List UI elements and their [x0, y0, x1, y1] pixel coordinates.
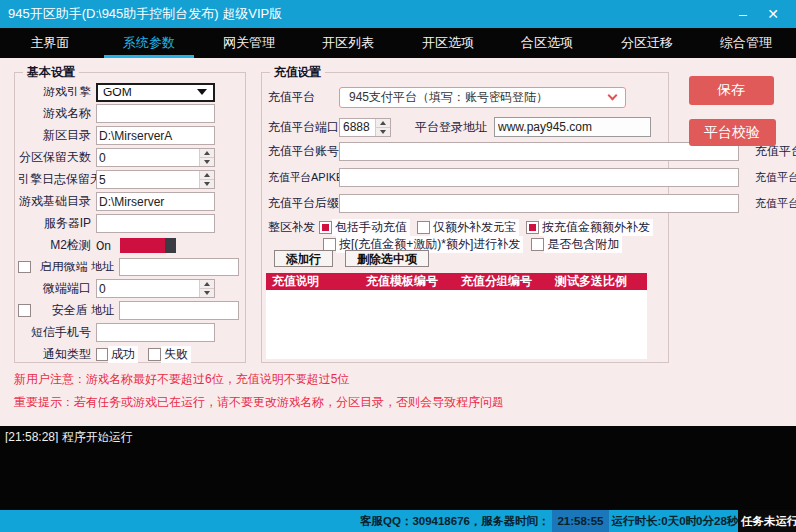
log-days-row: 引擎日志保留天数	[18, 170, 239, 189]
micro-port-label: 微端端口	[18, 280, 96, 297]
server-ip-input[interactable]	[96, 214, 215, 233]
spin-buttons	[199, 171, 214, 188]
m2-check-row: M2检测 On	[18, 236, 239, 255]
spin-down-button[interactable]	[376, 127, 390, 136]
spin-up-icon	[380, 121, 386, 125]
spin-up-icon	[204, 282, 210, 286]
reissue-include-extra-checkbox[interactable]	[531, 238, 544, 251]
reissue-manual-checkbox[interactable]	[319, 221, 332, 234]
tab-gateway[interactable]: 网关管理	[199, 28, 298, 58]
save-button[interactable]: 保存	[689, 76, 774, 105]
platform-apikey-input[interactable]	[339, 168, 739, 187]
micro-port-stepper[interactable]	[96, 279, 215, 298]
tab-bar: 主界面 系统参数 网关管理 开区列表 开区选项 合区选项 分区迁移 综合管理	[0, 28, 796, 58]
recharge-settings-groupbox: 充值设置 充值平台 945支付平台（填写：账号密码登陆） 充值平台端口 平台登录…	[261, 72, 669, 363]
col-header-test-ratio[interactable]: 测试多送比例	[549, 273, 644, 290]
sms-phone-input[interactable]	[96, 323, 215, 342]
tab-label: 综合管理	[720, 34, 772, 52]
delete-selected-button[interactable]: 删除选中项	[345, 250, 429, 267]
notify-fail-checkbox[interactable]	[148, 348, 161, 361]
tab-main[interactable]: 主界面	[0, 28, 100, 58]
tab-system-params[interactable]: 系统参数	[100, 28, 199, 58]
platform-userid-label: 充值平台userid	[755, 170, 796, 185]
security-shield-label: 安全盾 地址	[31, 302, 119, 319]
game-name-input[interactable]	[96, 104, 215, 123]
m2-toggle[interactable]	[120, 238, 176, 253]
minimize-button[interactable]: –	[728, 2, 758, 26]
col-header-template-id[interactable]: 充值模板编号	[360, 273, 455, 290]
game-name-row: 游戏名称	[18, 104, 239, 123]
spin-down-button[interactable]	[200, 179, 214, 188]
spin-up-button[interactable]	[200, 280, 214, 288]
platform-port-stepper[interactable]	[339, 118, 391, 137]
spin-up-icon	[204, 151, 210, 155]
checkbox-mark	[529, 224, 536, 231]
tab-merge-options[interactable]: 合区选项	[498, 28, 597, 58]
spin-up-icon	[204, 173, 210, 177]
security-shield-checkbox[interactable]	[18, 304, 31, 317]
spin-buttons	[199, 149, 214, 166]
platform-verify-button[interactable]: 平台校验	[689, 119, 776, 146]
platform-port-label: 充值平台端口	[268, 119, 339, 136]
spin-down-icon	[204, 160, 210, 164]
add-row-button[interactable]: 添加行	[274, 250, 333, 267]
platform-dropdown[interactable]: 945支付平台（填写：账号密码登陆）	[339, 87, 626, 108]
log-days-stepper[interactable]	[96, 170, 215, 189]
reissue-extra-only-checkbox[interactable]	[417, 221, 430, 234]
tab-general-manage[interactable]: 综合管理	[696, 28, 796, 58]
keep-days-stepper[interactable]	[96, 148, 215, 167]
platform-port-input[interactable]	[340, 119, 375, 136]
tab-label: 分区迁移	[621, 34, 673, 52]
reissue-extra-only-label: 仅额外补发元宝	[430, 219, 519, 236]
micro-client-checkbox[interactable]	[18, 261, 31, 273]
base-dir-input[interactable]	[96, 192, 215, 211]
reissue-by-amount-checkbox[interactable]	[526, 221, 539, 234]
game-engine-label: 游戏引擎	[18, 84, 96, 100]
tab-zone-options[interactable]: 开区选项	[398, 28, 498, 58]
game-engine-dropdown[interactable]: GOM	[96, 83, 215, 102]
platform-account-label: 充值平台账号	[268, 143, 339, 160]
micro-client-addr-input[interactable]	[119, 258, 239, 276]
reissue-manual-label: 包括手动充值	[332, 219, 410, 236]
security-shield-addr-input[interactable]	[119, 301, 239, 320]
window-controls: – ✕	[728, 2, 788, 26]
tab-label: 开区列表	[322, 34, 374, 52]
spin-down-button[interactable]	[200, 157, 214, 166]
notify-success-option: 成功	[96, 346, 138, 363]
spin-buttons	[199, 280, 214, 297]
m2-check-label: M2检测	[18, 237, 96, 254]
keep-days-input[interactable]	[97, 149, 199, 166]
spin-buttons	[375, 119, 390, 136]
spin-up-button[interactable]	[200, 149, 214, 157]
spin-down-icon	[204, 182, 210, 186]
game-engine-value: GOM	[103, 86, 132, 99]
reissue-opt-manual: 包括手动充值	[319, 219, 410, 236]
platform-account-input[interactable]	[339, 142, 739, 161]
platform-suffix-row: 充值平台后缀 充值平台游戏id	[268, 194, 668, 213]
sms-phone-row: 短信手机号	[18, 323, 239, 342]
col-header-desc[interactable]: 充值说明	[266, 273, 360, 290]
spin-up-button[interactable]	[200, 171, 214, 179]
close-button[interactable]: ✕	[758, 2, 788, 26]
login-addr-input[interactable]	[494, 117, 651, 137]
notify-success-checkbox[interactable]	[96, 348, 108, 361]
log-days-input[interactable]	[97, 171, 199, 188]
platform-value: 945支付平台（填写：账号密码登陆）	[349, 89, 548, 106]
platform-suffix-label: 充值平台后缀	[268, 195, 339, 212]
tab-zone-list[interactable]: 开区列表	[298, 28, 398, 58]
log-days-label: 引擎日志保留天数	[18, 171, 96, 188]
checkbox-mark	[322, 224, 329, 231]
m2-toggle-state: On	[96, 239, 111, 253]
platform-suffix-input[interactable]	[339, 194, 739, 213]
spin-up-button[interactable]	[376, 119, 390, 127]
micro-client-row: 启用微端 地址	[18, 258, 239, 276]
game-engine-row: 游戏引擎 GOM	[18, 83, 239, 101]
new-zone-dir-input[interactable]	[96, 126, 215, 145]
platform-account-row: 充值平台账号 充值平台密码	[268, 142, 668, 161]
col-header-group-id[interactable]: 充值分组编号	[455, 273, 549, 290]
spin-down-button[interactable]	[200, 288, 214, 297]
reissue-by-amount-label: 按充值金额额外补发	[539, 219, 653, 236]
status-bar: 客服QQ：309418676，服务器时间： 21:58:55 运行时长:0天0时…	[0, 510, 796, 532]
tab-partition-migrate[interactable]: 分区迁移	[597, 28, 696, 58]
micro-port-input[interactable]	[97, 280, 199, 297]
